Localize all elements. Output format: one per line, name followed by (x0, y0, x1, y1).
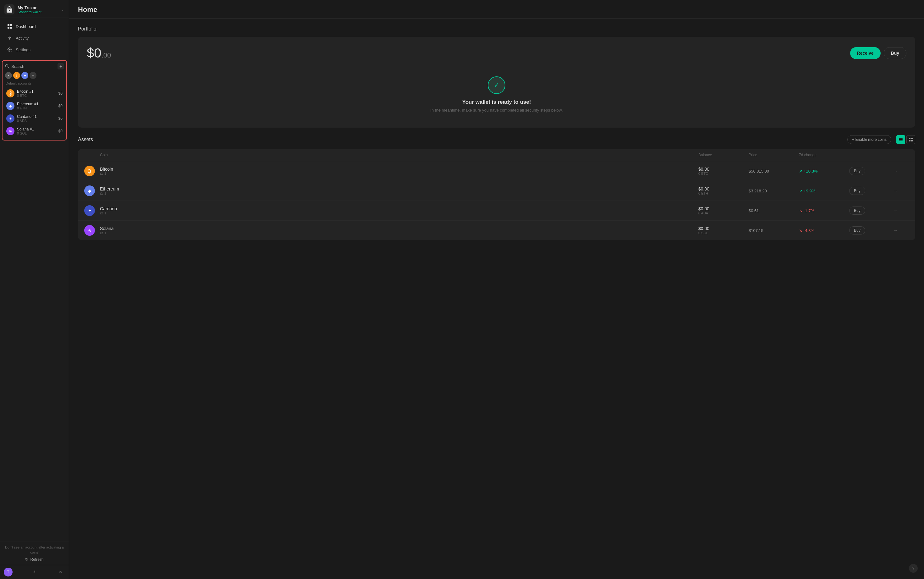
btc-arrow-button[interactable]: → (893, 168, 909, 173)
sidebar-header: My Trezor Standard wallet ⌄ (0, 0, 69, 18)
sidebar-item-settings[interactable]: Settings (2, 44, 67, 55)
ada-account-name: Cardano #1 (17, 114, 56, 119)
grid-view-button[interactable] (906, 135, 915, 144)
sol-price: $107.15 (749, 228, 799, 233)
btc-buy-button[interactable]: Buy (849, 167, 865, 175)
wallet-ready-subtitle: In the meantime, make sure you have comp… (430, 108, 563, 113)
settings-icon (7, 47, 13, 52)
sol-buy-button[interactable]: Buy (849, 226, 865, 234)
hint-icon-button[interactable]: ? (909, 564, 918, 573)
eth-change-arrow-icon: ↗ (799, 189, 802, 193)
wallet-ready-section: ✓ Your wallet is ready to use! In the me… (87, 67, 906, 119)
filter-icons: ● ₿ ◆ ≡ (5, 72, 64, 79)
sidebar-item-activity[interactable]: Activity (2, 33, 67, 44)
sol-arrow-button[interactable]: → (893, 228, 909, 233)
col-arrow (893, 153, 909, 157)
account-item-eth[interactable]: ◆ Ethereum #1 0 ETH $0 (5, 100, 64, 112)
refresh-button[interactable]: ↻ Refresh (3, 557, 66, 562)
asset-row-eth[interactable]: ◆ Ethereum 🗂 1 $0.00 0 ETH $3,218.20 ↗ +… (78, 181, 915, 201)
eth-balance-cell: $0.00 0 ETH (698, 186, 749, 195)
ada-buy-button[interactable]: Buy (849, 206, 865, 215)
account-item-sol[interactable]: ◎ Solana #1 0 SOL $0 (5, 125, 64, 137)
eth-buy-cell: Buy (849, 187, 893, 195)
ada-price: $0.61 (749, 208, 799, 213)
ada-change-value: -1.7% (804, 208, 814, 213)
trezor-icon-button[interactable]: T (4, 568, 13, 576)
wallet-info: My Trezor Standard wallet (18, 5, 57, 14)
ada-large-icon: ✦ (84, 205, 95, 216)
eth-balance-usd: $0.00 (698, 186, 749, 191)
btc-large-icon: ₿ (84, 166, 95, 176)
asset-row-btc[interactable]: ₿ Bitcoin 🗂 1 $0.00 0 BTC $56,815.00 ↗ +… (78, 161, 915, 181)
btc-coin-icon: ₿ (6, 89, 15, 97)
eth-balance-crypto: 0 ETH (698, 191, 749, 195)
receive-button[interactable]: Receive (850, 47, 881, 59)
portfolio-amount-main: $0 (87, 46, 101, 61)
ada-coin-name: Cardano (100, 206, 698, 211)
svg-rect-2 (8, 27, 10, 29)
eth-arrow-button[interactable]: → (893, 188, 909, 193)
filter-eth-icon[interactable]: ◆ (21, 72, 28, 79)
eth-large-icon: ◆ (84, 185, 95, 196)
ada-coin-icon: ✦ (6, 114, 15, 123)
portfolio-top: $0.00 Receive Buy (87, 46, 906, 61)
ada-balance-crypto: 0 ADA (698, 211, 749, 215)
btc-change: ↗ +10.3% (799, 169, 849, 173)
eye-icon-button[interactable]: 👁 (56, 568, 65, 576)
btc-change-value: +10.3% (804, 169, 818, 173)
btc-balance-small: 0 BTC (17, 94, 56, 97)
account-item-btc[interactable]: ₿ Bitcoin #1 0 BTC $0 (5, 87, 64, 100)
sol-folder-icon: 🗂 (100, 231, 103, 235)
filter-btc-icon[interactable]: ₿ (13, 72, 20, 79)
wallet-dropdown-icon[interactable]: ⌄ (60, 7, 64, 12)
eth-price: $3,218.20 (749, 189, 799, 193)
assets-table: Coin Balance Price 7d change ₿ Bitcoin 🗂… (78, 149, 915, 240)
filter-all-icon[interactable]: ● (5, 72, 12, 79)
svg-rect-0 (8, 24, 10, 26)
page-header: Home (69, 0, 924, 18)
account-item-ada[interactable]: ✦ Cardano #1 0 ADA $0 (5, 112, 64, 125)
refresh-icon: ↻ (25, 557, 28, 562)
list-view-button[interactable] (896, 135, 905, 144)
btc-name-cell: Bitcoin 🗂 1 (100, 167, 698, 175)
ada-name-cell: Cardano 🗂 1 (100, 206, 698, 215)
sol-usd: $0 (59, 129, 62, 133)
ada-arrow-button[interactable]: → (893, 208, 909, 213)
ada-account-info: Cardano #1 0 ADA (17, 114, 56, 123)
enable-more-coins-button[interactable]: + Enable more coins (847, 135, 891, 144)
view-toggle (896, 135, 915, 144)
assets-header: Assets + Enable more coins (78, 135, 915, 144)
sol-account-info: Solana #1 0 SOL (17, 127, 56, 135)
brightness-icon-button[interactable]: ☀ (30, 568, 39, 576)
eth-row-icon-cell: ◆ (84, 185, 100, 196)
sol-coin-name: Solana (100, 226, 698, 231)
activity-icon (7, 35, 13, 41)
btc-usd: $0 (59, 91, 62, 96)
eth-folder-icon: 🗂 (100, 191, 103, 195)
col-coin: Coin (100, 153, 698, 157)
eth-usd: $0 (59, 104, 62, 108)
search-left: Search (5, 64, 24, 69)
buy-button[interactable]: Buy (884, 47, 906, 59)
svg-rect-9 (899, 141, 903, 141)
portfolio-cents: .00 (101, 51, 111, 59)
sol-balance-small: 0 SOL (17, 131, 56, 135)
add-account-button[interactable]: + (57, 63, 64, 69)
ada-usd: $0 (59, 116, 62, 121)
asset-row-sol[interactable]: ◎ Solana 🗂 1 $0.00 0 SOL $107.15 ↘ -4.3% (78, 221, 915, 240)
eth-buy-button[interactable]: Buy (849, 187, 865, 195)
sol-balance-usd: $0.00 (698, 226, 749, 231)
svg-rect-3 (10, 27, 12, 29)
sol-buy-cell: Buy (849, 226, 893, 234)
sidebar-item-dashboard[interactable]: Dashboard (2, 21, 67, 32)
filter-list-icon[interactable]: ≡ (29, 72, 36, 79)
eth-account-name: Ethereum #1 (17, 102, 56, 106)
ada-balance-usd: $0.00 (698, 206, 749, 211)
col-actions (849, 153, 893, 157)
search-icon (5, 64, 10, 69)
svg-line-6 (8, 67, 10, 69)
col-price: Price (749, 153, 799, 157)
btc-change-arrow-icon: ↗ (799, 169, 802, 173)
asset-row-ada[interactable]: ✦ Cardano 🗂 1 $0.00 0 ADA $0.61 ↘ -1.7% (78, 201, 915, 221)
svg-rect-8 (899, 139, 903, 140)
